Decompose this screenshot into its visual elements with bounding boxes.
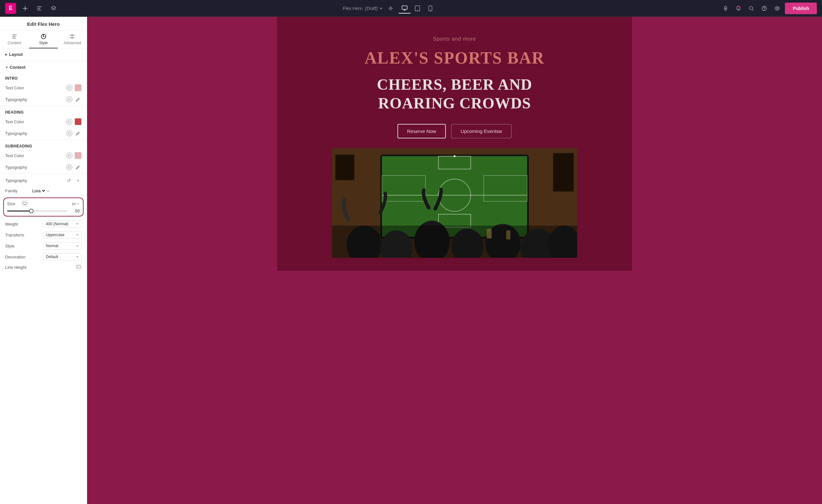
subheading-typography-row: Typography	[0, 161, 87, 173]
line-height-controls	[76, 264, 82, 270]
size-section-highlighted: Size px 50	[3, 197, 83, 216]
size-label: Size	[7, 201, 20, 206]
svg-rect-54	[332, 225, 577, 258]
subheading-color-swatch[interactable]	[74, 152, 82, 159]
typography-reset[interactable]: ↺	[65, 177, 73, 184]
font-family-select[interactable]: Lora	[31, 188, 46, 193]
decoration-select[interactable]: Default ▼	[43, 253, 82, 261]
typography-add[interactable]: +	[74, 177, 82, 184]
canvas-inner: Sports and more ALEX'S SPORTS BAR CHEERS…	[87, 17, 822, 504]
heading-typography-label: Typography	[5, 131, 66, 136]
reserve-now-button[interactable]: Reserve Now	[397, 124, 446, 138]
device-buttons	[398, 3, 436, 14]
sidebar-body: ▶ Layout ▼ Content Intro Text Color	[0, 49, 87, 504]
eye-icon[interactable]	[772, 3, 782, 14]
hero-buttons: Reserve Now Upcoming Eventsw	[397, 124, 512, 138]
size-slider-track[interactable]	[7, 210, 67, 212]
tab-content-label: Content	[8, 41, 21, 45]
navigator-button[interactable]	[34, 3, 44, 14]
topbar-right: Publish	[720, 3, 817, 14]
svg-rect-15	[12, 35, 17, 35]
hero-tagline: Sports and more	[433, 36, 476, 42]
decoration-row: Decoration Default ▼	[0, 251, 87, 262]
decoration-label: Decoration	[5, 255, 43, 260]
size-slider-thumb[interactable]	[29, 209, 34, 213]
svg-rect-51	[336, 155, 354, 180]
heading-typo-globe[interactable]	[66, 130, 73, 136]
intro-color-globe[interactable]	[66, 84, 73, 91]
svg-rect-16	[12, 36, 15, 37]
search-icon[interactable]	[746, 3, 757, 14]
hero-image	[332, 148, 577, 258]
elementor-logo[interactable]: E	[5, 3, 16, 14]
heading-typo-edit[interactable]	[74, 130, 82, 137]
help-icon[interactable]	[759, 3, 769, 14]
svg-rect-0	[37, 6, 42, 7]
mobile-icon	[428, 5, 432, 11]
weight-label: Weight	[5, 222, 43, 226]
hero-subtitle-line1: CHEERS, BEER AND	[377, 76, 532, 93]
size-desktop-icon[interactable]	[22, 201, 28, 206]
subheading-typo-edit[interactable]	[74, 163, 82, 171]
subheading-label: Subheading	[0, 141, 87, 150]
tab-content[interactable]: Content	[0, 30, 29, 48]
mobile-button[interactable]	[424, 3, 436, 14]
layout-expand-icon: ▶	[5, 53, 8, 56]
heading-typography-controls	[66, 130, 82, 137]
transform-select[interactable]: Uppercase ▼	[43, 231, 82, 238]
content-tab-icon	[12, 34, 17, 39]
heading-text-color-controls	[66, 118, 82, 125]
style-select[interactable]: Normal ▼	[43, 242, 82, 249]
size-unit-label[interactable]: px	[72, 202, 76, 205]
size-slider-fill	[7, 210, 31, 212]
page-draft-label: (Draft)	[365, 6, 378, 11]
intro-typo-edit[interactable]	[74, 96, 82, 103]
layers-button[interactable]	[48, 3, 59, 14]
intro-color-swatch[interactable]	[74, 84, 82, 91]
line-height-row: Line Height	[0, 262, 87, 272]
tab-advanced[interactable]: Advanced	[58, 30, 87, 48]
svg-point-11	[749, 6, 753, 10]
page-title-area[interactable]: Flex Hero (Draft)	[343, 6, 383, 11]
decoration-value: Default	[46, 255, 58, 259]
heading-color-swatch[interactable]	[74, 118, 82, 125]
publish-button[interactable]: Publish	[785, 3, 817, 14]
advanced-tab-icon	[69, 34, 75, 39]
weight-select[interactable]: 400 (Normal) ▼	[43, 220, 82, 227]
subheading-color-globe[interactable]	[66, 152, 73, 159]
transform-row: Transform Uppercase ▼	[0, 229, 87, 240]
content-section-row[interactable]: ▼ Content	[0, 62, 87, 73]
line-height-icon[interactable]	[76, 264, 82, 270]
upcoming-events-button[interactable]: Upcoming Eventsw	[451, 124, 512, 138]
add-element-button[interactable]	[20, 3, 30, 14]
settings-icon	[388, 6, 393, 11]
desktop-button[interactable]	[398, 3, 411, 14]
layout-section-row[interactable]: ▶ Layout	[0, 49, 87, 60]
hero-subtitle-line2: ROARING CROWDS	[378, 94, 531, 112]
tab-style[interactable]: Style	[29, 30, 58, 48]
intro-typo-globe[interactable]	[66, 96, 73, 103]
rocket-icon[interactable]	[720, 3, 731, 14]
svg-point-10	[739, 6, 741, 8]
intro-text-color-controls	[66, 84, 82, 91]
sidebar-header: Edit Flex Hero	[0, 17, 87, 30]
decoration-chevron-icon: ▼	[76, 255, 79, 259]
svg-rect-4	[402, 6, 407, 9]
subheading-typo-globe[interactable]	[66, 164, 73, 170]
subheading-typography-label: Typography	[5, 165, 66, 170]
topbar-center: Flex Hero (Draft)	[63, 3, 717, 14]
intro-typography-controls	[66, 96, 82, 103]
size-unit-chevron[interactable]	[76, 202, 80, 205]
page-settings-button[interactable]	[386, 3, 396, 14]
svg-rect-29	[77, 266, 81, 268]
font-family-row: Family Lora	[0, 186, 87, 195]
heading-color-globe[interactable]	[66, 118, 73, 125]
divider-3	[0, 140, 87, 140]
tab-style-label: Style	[39, 41, 48, 45]
intro-typography-row: Typography	[0, 94, 87, 105]
intro-label: Intro	[0, 73, 87, 82]
style-chevron-icon: ▼	[76, 244, 79, 247]
tablet-button[interactable]	[411, 3, 424, 14]
notifications-icon[interactable]	[733, 3, 744, 14]
chevron-down-icon	[379, 6, 383, 10]
